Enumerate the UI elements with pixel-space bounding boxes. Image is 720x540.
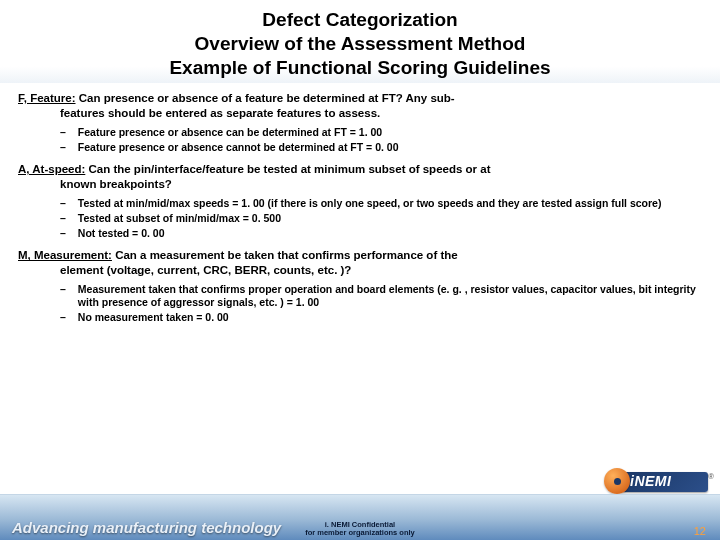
title-line-1: Defect Categorization [20,8,700,32]
title-line-2: Overview of the Assessment Method [20,32,700,56]
footer-bar: Advancing manufacturing technology i. NE… [0,494,720,540]
section-m-heading: M, Measurement: Can a measurement be tak… [18,248,702,262]
registered-mark: ® [708,472,714,481]
slide-title: Defect Categorization Overview of the As… [0,0,720,83]
logo-globe-icon [604,468,630,494]
section-f-desc-cont: features should be entered as separate f… [18,106,702,120]
section-m-desc-cont: element (voltage, current, CRC, BERR, co… [18,263,702,277]
section-a-label: A, At-speed: [18,163,85,175]
list-item: –Feature presence or absence cannot be d… [60,141,702,154]
page-number: 12 [694,525,706,537]
confidential-notice: i. NEMI Confidential for member organiza… [0,521,720,538]
section-m-desc: Can a measurement be taken that confirms… [112,249,458,261]
section-f-bullets: –Feature presence or absence can be dete… [18,122,702,160]
list-item: –Measurement taken that confirms proper … [60,283,702,309]
list-item: –Tested at min/mid/max speeds = 1. 00 (i… [60,197,702,210]
section-a-desc: Can the pin/interface/feature be tested … [85,163,490,175]
section-a-heading: A, At-speed: Can the pin/interface/featu… [18,162,702,176]
list-item: –Feature presence or absence can be dete… [60,126,702,139]
title-line-3: Example of Functional Scoring Guidelines [20,56,700,80]
section-m-label: M, Measurement: [18,249,112,261]
section-f-label: F, Feature: [18,92,76,104]
section-m-bullets: –Measurement taken that confirms proper … [18,279,702,330]
list-item: –Tested at subset of min/mid/max = 0. 50… [60,212,702,225]
slide-content: F, Feature: Can presence or absence of a… [0,83,720,330]
list-item: –No measurement taken = 0. 00 [60,311,702,324]
section-f-desc: Can presence or absence of a feature be … [76,92,455,104]
section-a-desc-cont: known breakpoints? [18,177,702,191]
list-item: –Not tested = 0. 00 [60,227,702,240]
section-a-bullets: –Tested at min/mid/max speeds = 1. 00 (i… [18,193,702,246]
logo-text: iNEMI [630,473,671,489]
section-f-heading: F, Feature: Can presence or absence of a… [18,91,702,105]
